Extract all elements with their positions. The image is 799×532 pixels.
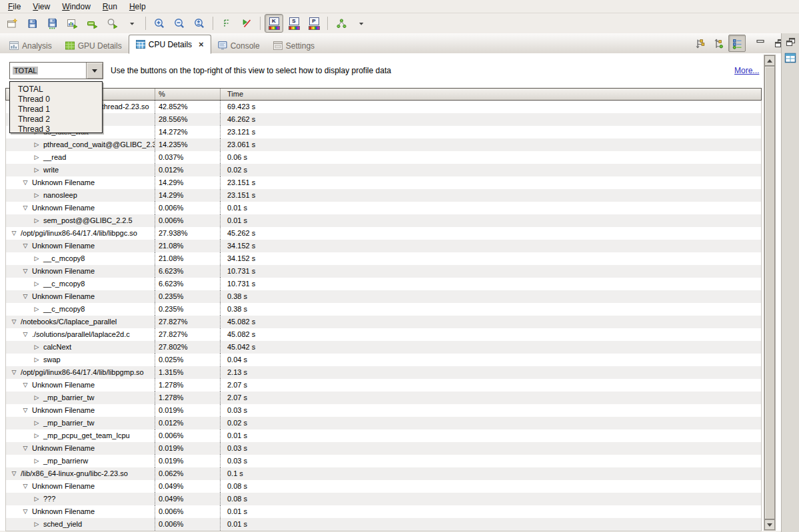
process-color-icon[interactable]: P — [305, 14, 323, 33]
expander-icon[interactable]: ▽ — [21, 265, 29, 278]
expander-icon[interactable]: ▷ — [33, 164, 41, 176]
dropdown-option-thread-3[interactable]: Thread 3 — [10, 125, 102, 134]
table-row[interactable]: ▷__c_mcopy86.623%10.731 s — [6, 278, 761, 290]
expander-icon[interactable]: ▷ — [33, 417, 41, 429]
expander-icon[interactable]: ▷ — [33, 278, 41, 290]
new-session-icon[interactable] — [3, 14, 21, 33]
tab-cpu-details[interactable]: CPU Details× — [129, 35, 211, 54]
table-row[interactable]: ▽Unknown Filename21.08%34.152 s — [6, 240, 761, 252]
cpu-details-shortcut-icon[interactable] — [784, 53, 796, 64]
combo-dropdown-button[interactable] — [86, 63, 103, 79]
expander-icon[interactable]: ▷ — [33, 341, 41, 354]
table-row[interactable]: ▽Unknown Filename1.278%2.07 s — [6, 379, 761, 392]
kernel-color-icon[interactable]: K — [265, 14, 283, 33]
table-row[interactable]: ▷do_futex_wait14.272%23.121 s — [6, 126, 761, 138]
expander-icon[interactable]: ▷ — [33, 354, 41, 366]
tab-settings[interactable]: Settings — [267, 37, 321, 54]
zoom-fit-icon[interactable] — [190, 14, 209, 33]
menu-file[interactable]: File — [2, 1, 27, 12]
menu-run[interactable]: Run — [97, 1, 123, 12]
expander-icon[interactable]: ▽ — [10, 467, 18, 480]
dropdown-caret-icon[interactable] — [352, 14, 371, 33]
scroll-down-button[interactable] — [764, 519, 775, 530]
table-row[interactable]: ▷__c_mcopy821.08%34.152 s — [6, 252, 761, 265]
minimize-view-icon[interactable] — [752, 35, 769, 52]
caller-tree-icon[interactable] — [710, 35, 727, 52]
table-row[interactable]: ▷write0.012%0.02 s — [6, 164, 761, 176]
table-row[interactable]: ▽Unknown Filename28.556%46.262 s — [6, 113, 761, 126]
expander-icon[interactable]: ▽ — [21, 480, 29, 493]
expander-icon[interactable]: ▽ — [21, 379, 29, 392]
dropdown-option-total[interactable]: TOTAL — [10, 85, 102, 95]
table-row[interactable]: ▽Unknown Filename0.235%0.38 s — [6, 290, 761, 303]
tab-gpu-details[interactable]: GPU Details — [59, 37, 129, 54]
table-row[interactable]: ▷???0.049%0.08 s — [6, 493, 761, 505]
examine-values-icon[interactable] — [103, 14, 121, 33]
call-tree-icon[interactable] — [691, 35, 708, 52]
column-header-time[interactable]: Time — [220, 89, 761, 100]
table-row[interactable]: ▽Unknown Filename0.006%0.01 s — [6, 505, 761, 518]
table-row[interactable]: ▷_mp_barrierw0.019%0.03 s — [6, 455, 761, 467]
menu-window[interactable]: Window — [56, 1, 97, 12]
table-row[interactable]: ▽./solutions/parallel/laplace2d.c27.827%… — [6, 328, 761, 341]
expander-icon[interactable]: ▽ — [10, 316, 18, 328]
dropdown-option-thread-2[interactable]: Thread 2 — [10, 115, 102, 125]
table-row[interactable]: ▷swap0.025%0.04 s — [6, 354, 761, 366]
expander-icon[interactable]: ▽ — [10, 227, 18, 240]
expander-icon[interactable]: ▽ — [21, 240, 29, 252]
stream-color-icon[interactable]: S — [285, 14, 303, 33]
table-row[interactable]: ▽Unknown Filename6.623%10.731 s — [6, 265, 761, 278]
thread-combo[interactable]: TOTAL — [9, 62, 103, 79]
expander-icon[interactable]: ▷ — [33, 392, 41, 404]
table-row[interactable]: ▽Unknown Filename0.006%0.01 s — [6, 202, 761, 214]
expander-icon[interactable]: ▷ — [33, 214, 41, 227]
expander-icon[interactable]: ▽ — [21, 328, 29, 341]
dropdown-option-thread-1[interactable]: Thread 1 — [10, 105, 102, 115]
generate-timeline-icon[interactable] — [63, 14, 81, 33]
table-row[interactable]: ▽/opt/pgi/linux86-64/17.4/lib/libpgmp.so… — [6, 366, 761, 379]
zoom-out-icon[interactable] — [170, 14, 189, 33]
more-link[interactable]: More... — [734, 66, 759, 75]
expander-icon[interactable]: ▽ — [21, 202, 29, 214]
tab-console[interactable]: Console — [211, 37, 267, 54]
run-analysis-icon[interactable] — [83, 14, 101, 33]
dropdown-caret-icon[interactable] — [123, 14, 141, 33]
table-row[interactable]: ▽/opt/pgi/linux86-64/17.4/lib/libpgc.so2… — [6, 227, 761, 240]
table-row[interactable]: ▽/lib/x86_64-linux-gnu/libc-2.23.so0.062… — [6, 467, 761, 480]
expander-icon[interactable]: ▷ — [33, 455, 41, 467]
flat-profile-icon[interactable] — [728, 35, 746, 52]
tab-analysis[interactable]: Analysis — [3, 37, 59, 54]
table-row[interactable]: ▷sem_post@@GLIBC_2.2.50.006%0.01 s — [6, 214, 761, 227]
table-row[interactable]: ▷_mp_barrier_tw1.278%2.07 s — [6, 392, 761, 404]
save-icon[interactable] — [23, 14, 41, 33]
expander-icon[interactable]: ▽ — [21, 290, 29, 303]
expander-icon[interactable]: ▽ — [21, 442, 29, 455]
scroll-thumb[interactable] — [764, 66, 775, 519]
scroll-up-button[interactable] — [764, 55, 775, 66]
table-row[interactable]: ▷_mp_barrier_tw0.012%0.02 s — [6, 417, 761, 429]
expander-icon[interactable]: ▽ — [21, 505, 29, 518]
expander-icon[interactable]: ▷ — [33, 138, 41, 151]
table-row[interactable]: ▽Unknown Filename0.049%0.08 s — [6, 480, 761, 493]
expander-icon[interactable]: ▷ — [33, 189, 41, 202]
table-row[interactable]: ▽Unknown Filename0.019%0.03 s — [6, 442, 761, 455]
expander-icon[interactable]: ▷ — [33, 493, 41, 505]
restore-view-icon[interactable] — [785, 37, 796, 48]
tab-close-icon[interactable]: × — [199, 40, 204, 49]
table-row[interactable]: ▽Unknown Filename0.019%0.03 s — [6, 404, 761, 417]
table-row[interactable]: ▷calcNext27.802%45.042 s — [6, 341, 761, 354]
table-row[interactable]: ▽/lib/x86_64-linux-gnu/libpthread-2.23.s… — [6, 101, 761, 113]
goto-marker-icon[interactable] — [237, 14, 256, 33]
expander-icon[interactable]: ▽ — [21, 404, 29, 417]
table-row[interactable]: ▷pthread_cond_wait@@GLIBC_2.314.235%23.0… — [6, 138, 761, 151]
table-row[interactable]: ▽/notebooks/C/laplace_parallel27.827%45.… — [6, 316, 761, 328]
vertical-scrollbar[interactable] — [764, 55, 776, 531]
fit-markers-icon[interactable] — [217, 14, 236, 33]
table-row[interactable]: ▷sched_yield0.006%0.01 s — [6, 518, 761, 531]
expander-icon[interactable]: ▷ — [33, 518, 41, 531]
table-row[interactable]: ▽Unknown Filename14.29%23.151 s — [6, 176, 761, 189]
expander-icon[interactable]: ▽ — [10, 366, 18, 379]
expander-icon[interactable]: ▷ — [33, 429, 41, 442]
table-row[interactable]: ▷__c_mcopy80.235%0.38 s — [6, 303, 761, 316]
column-header-[interactable]: % — [155, 89, 220, 100]
